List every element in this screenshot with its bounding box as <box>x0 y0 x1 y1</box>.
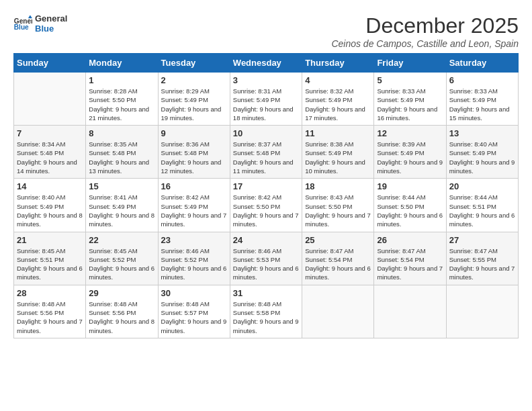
day-info: Sunrise: 8:44 AM Sunset: 5:50 PM Dayligh… <box>377 193 443 228</box>
calendar-cell: 29Sunrise: 8:48 AM Sunset: 5:56 PM Dayli… <box>86 285 158 338</box>
day-info: Sunrise: 8:43 AM Sunset: 5:50 PM Dayligh… <box>305 193 371 228</box>
calendar-cell: 21Sunrise: 8:45 AM Sunset: 5:51 PM Dayli… <box>14 232 86 285</box>
day-number: 30 <box>161 288 227 298</box>
day-number: 3 <box>233 75 299 85</box>
day-info: Sunrise: 8:34 AM Sunset: 5:48 PM Dayligh… <box>17 140 83 175</box>
calendar-week-5: 28Sunrise: 8:48 AM Sunset: 5:56 PM Dayli… <box>14 285 519 338</box>
day-info: Sunrise: 8:48 AM Sunset: 5:56 PM Dayligh… <box>17 300 83 335</box>
calendar-cell: 10Sunrise: 8:37 AM Sunset: 5:48 PM Dayli… <box>230 126 302 179</box>
day-number: 16 <box>161 181 227 191</box>
calendar-cell: 25Sunrise: 8:47 AM Sunset: 5:54 PM Dayli… <box>302 232 374 285</box>
day-number: 29 <box>89 288 154 298</box>
calendar-cell: 30Sunrise: 8:48 AM Sunset: 5:57 PM Dayli… <box>158 285 230 338</box>
calendar-cell: 7Sunrise: 8:34 AM Sunset: 5:48 PM Daylig… <box>14 126 86 179</box>
logo-text-general: General <box>35 13 67 24</box>
day-info: Sunrise: 8:32 AM Sunset: 5:49 PM Dayligh… <box>305 87 371 122</box>
calendar-cell: 11Sunrise: 8:38 AM Sunset: 5:49 PM Dayli… <box>302 126 374 179</box>
calendar-cell: 20Sunrise: 8:44 AM Sunset: 5:51 PM Dayli… <box>446 179 518 232</box>
day-number: 20 <box>449 181 515 191</box>
calendar-cell: 1Sunrise: 8:28 AM Sunset: 5:50 PM Daylig… <box>86 73 158 126</box>
calendar-cell: 24Sunrise: 8:46 AM Sunset: 5:53 PM Dayli… <box>230 232 302 285</box>
logo: General Blue General Blue <box>13 13 67 34</box>
calendar-week-3: 14Sunrise: 8:40 AM Sunset: 5:49 PM Dayli… <box>14 179 519 232</box>
day-number: 12 <box>377 128 443 138</box>
calendar-cell: 5Sunrise: 8:33 AM Sunset: 5:49 PM Daylig… <box>374 73 446 126</box>
day-info: Sunrise: 8:39 AM Sunset: 5:49 PM Dayligh… <box>377 140 443 175</box>
day-number: 24 <box>233 235 299 245</box>
day-number: 17 <box>233 181 299 191</box>
day-number: 23 <box>161 235 227 245</box>
day-number: 9 <box>161 128 227 138</box>
header-friday: Friday <box>374 54 446 73</box>
day-number: 6 <box>449 75 515 85</box>
page-header: General Blue General Blue December 2025 … <box>13 13 519 49</box>
header-wednesday: Wednesday <box>230 54 302 73</box>
calendar-cell: 19Sunrise: 8:44 AM Sunset: 5:50 PM Dayli… <box>374 179 446 232</box>
calendar-cell: 23Sunrise: 8:46 AM Sunset: 5:52 PM Dayli… <box>158 232 230 285</box>
calendar-table: SundayMondayTuesdayWednesdayThursdayFrid… <box>13 53 519 338</box>
day-info: Sunrise: 8:48 AM Sunset: 5:57 PM Dayligh… <box>161 300 227 335</box>
day-info: Sunrise: 8:29 AM Sunset: 5:49 PM Dayligh… <box>161 87 227 122</box>
day-number: 10 <box>233 128 299 138</box>
header-thursday: Thursday <box>302 54 374 73</box>
day-number: 28 <box>17 288 83 298</box>
calendar-cell: 14Sunrise: 8:40 AM Sunset: 5:49 PM Dayli… <box>14 179 86 232</box>
day-number: 2 <box>161 75 227 85</box>
calendar-cell: 22Sunrise: 8:45 AM Sunset: 5:52 PM Dayli… <box>86 232 158 285</box>
day-number: 7 <box>17 128 83 138</box>
calendar-cell <box>446 285 518 338</box>
calendar-cell <box>14 73 86 126</box>
svg-marker-2 <box>28 15 32 19</box>
calendar-cell: 16Sunrise: 8:42 AM Sunset: 5:49 PM Dayli… <box>158 179 230 232</box>
header-monday: Monday <box>86 54 158 73</box>
calendar-cell: 17Sunrise: 8:42 AM Sunset: 5:50 PM Dayli… <box>230 179 302 232</box>
day-info: Sunrise: 8:45 AM Sunset: 5:51 PM Dayligh… <box>17 246 83 282</box>
day-info: Sunrise: 8:35 AM Sunset: 5:48 PM Dayligh… <box>89 140 154 175</box>
day-info: Sunrise: 8:46 AM Sunset: 5:52 PM Dayligh… <box>161 246 227 282</box>
calendar-cell: 18Sunrise: 8:43 AM Sunset: 5:50 PM Dayli… <box>302 179 374 232</box>
header-sunday: Sunday <box>14 54 86 73</box>
day-number: 15 <box>89 181 154 191</box>
day-info: Sunrise: 8:48 AM Sunset: 5:58 PM Dayligh… <box>233 300 299 335</box>
calendar-week-4: 21Sunrise: 8:45 AM Sunset: 5:51 PM Dayli… <box>14 232 519 285</box>
calendar-cell: 2Sunrise: 8:29 AM Sunset: 5:49 PM Daylig… <box>158 73 230 126</box>
day-number: 1 <box>89 75 154 85</box>
day-info: Sunrise: 8:36 AM Sunset: 5:48 PM Dayligh… <box>161 140 227 175</box>
calendar-cell: 8Sunrise: 8:35 AM Sunset: 5:48 PM Daylig… <box>86 126 158 179</box>
calendar-cell: 28Sunrise: 8:48 AM Sunset: 5:56 PM Dayli… <box>14 285 86 338</box>
day-number: 13 <box>449 128 515 138</box>
header-tuesday: Tuesday <box>158 54 230 73</box>
day-info: Sunrise: 8:42 AM Sunset: 5:49 PM Dayligh… <box>161 193 227 228</box>
location-subtitle: Ceinos de Campos, Castille and Leon, Spa… <box>331 38 519 49</box>
calendar-cell: 6Sunrise: 8:33 AM Sunset: 5:49 PM Daylig… <box>446 73 518 126</box>
calendar-cell: 26Sunrise: 8:47 AM Sunset: 5:54 PM Dayli… <box>374 232 446 285</box>
day-info: Sunrise: 8:28 AM Sunset: 5:50 PM Dayligh… <box>89 87 154 122</box>
day-info: Sunrise: 8:33 AM Sunset: 5:49 PM Dayligh… <box>377 87 443 122</box>
calendar-cell: 31Sunrise: 8:48 AM Sunset: 5:58 PM Dayli… <box>230 285 302 338</box>
day-number: 27 <box>449 235 515 245</box>
day-info: Sunrise: 8:37 AM Sunset: 5:48 PM Dayligh… <box>233 140 299 175</box>
title-area: December 2025 Ceinos de Campos, Castille… <box>331 13 519 49</box>
calendar-cell: 15Sunrise: 8:41 AM Sunset: 5:49 PM Dayli… <box>86 179 158 232</box>
day-info: Sunrise: 8:47 AM Sunset: 5:54 PM Dayligh… <box>305 246 371 282</box>
calendar-cell: 9Sunrise: 8:36 AM Sunset: 5:48 PM Daylig… <box>158 126 230 179</box>
day-info: Sunrise: 8:42 AM Sunset: 5:50 PM Dayligh… <box>233 193 299 228</box>
day-number: 5 <box>377 75 443 85</box>
day-number: 8 <box>89 128 154 138</box>
day-info: Sunrise: 8:44 AM Sunset: 5:51 PM Dayligh… <box>449 193 515 228</box>
day-number: 26 <box>377 235 443 245</box>
calendar-cell: 3Sunrise: 8:31 AM Sunset: 5:49 PM Daylig… <box>230 73 302 126</box>
day-info: Sunrise: 8:33 AM Sunset: 5:49 PM Dayligh… <box>449 87 515 122</box>
logo-text-blue: Blue <box>35 24 67 34</box>
day-number: 22 <box>89 235 154 245</box>
day-info: Sunrise: 8:31 AM Sunset: 5:49 PM Dayligh… <box>233 87 299 122</box>
calendar-week-2: 7Sunrise: 8:34 AM Sunset: 5:48 PM Daylig… <box>14 126 519 179</box>
header-saturday: Saturday <box>446 54 518 73</box>
svg-text:Blue: Blue <box>14 24 29 31</box>
day-number: 25 <box>305 235 371 245</box>
day-number: 21 <box>17 235 83 245</box>
day-number: 18 <box>305 181 371 191</box>
day-number: 4 <box>305 75 371 85</box>
day-info: Sunrise: 8:48 AM Sunset: 5:56 PM Dayligh… <box>89 300 154 335</box>
month-title: December 2025 <box>331 13 519 38</box>
